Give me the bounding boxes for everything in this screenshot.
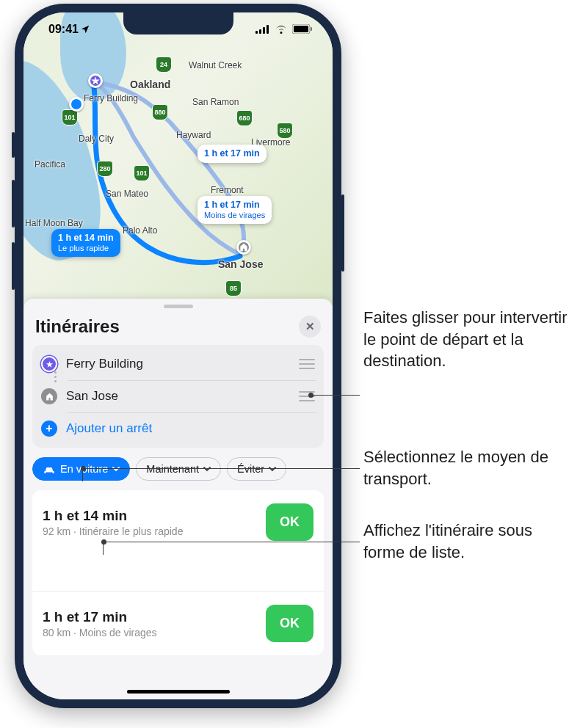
volume-up-button: [12, 180, 15, 228]
chevron-down-icon: [269, 467, 276, 472]
route-meta: 80 km · Moins de virages: [43, 627, 157, 638]
go-button[interactable]: OK: [266, 605, 313, 642]
avoid-label: Éviter: [237, 463, 264, 475]
route-meta: 92 km · Itinéraire le plus rapide: [43, 525, 183, 537]
stop-row-end[interactable]: San Jose: [40, 380, 316, 412]
status-time: 09:41: [48, 23, 79, 36]
destination-pin-icon[interactable]: [236, 240, 251, 255]
route-time-badge[interactable]: 1 h et 17 minMoins de virages: [197, 196, 272, 224]
chevron-down-icon: [112, 467, 120, 472]
favorite-star-icon: [41, 356, 57, 372]
start-pin-icon[interactable]: [88, 73, 103, 88]
callout-line: [310, 395, 360, 396]
location-arrow-icon: [80, 24, 90, 34]
map-city-label: Daly City: [79, 134, 114, 144]
avoid-button[interactable]: Éviter: [227, 457, 286, 481]
map-city-label: Walnut Creek: [189, 60, 242, 70]
svg-rect-3: [267, 25, 269, 34]
road-shield-icon: 101: [62, 109, 78, 125]
add-stop-label: Ajouter un arrêt: [66, 421, 315, 436]
home-indicator[interactable]: [127, 690, 230, 694]
close-icon: ✕: [305, 320, 315, 333]
svg-rect-6: [311, 27, 312, 31]
callout-line: [103, 542, 360, 542]
svg-rect-0: [255, 31, 258, 34]
road-shield-icon: 24: [156, 57, 172, 73]
road-shield-icon: 101: [134, 165, 150, 181]
wifi-icon: [275, 24, 288, 34]
route-row[interactable]: 1 h et 14 min 92 km · Itinéraire le plus…: [32, 490, 324, 554]
svg-rect-5: [294, 26, 308, 32]
routes-list: 1 h et 14 min 92 km · Itinéraire le plus…: [32, 490, 324, 655]
map-city-label: Oakland: [130, 79, 170, 90]
power-button: [341, 194, 344, 272]
map-city-label: Fremont: [211, 185, 244, 195]
callout-mode: Sélectionnez le moyen de transport.: [363, 446, 576, 489]
notch: [123, 12, 233, 34]
end-stop-label: San Jose: [66, 389, 290, 404]
route-time-badge[interactable]: 1 h et 14 minLe plus rapide: [51, 229, 120, 257]
car-icon: [43, 464, 56, 474]
side-button: [12, 132, 15, 158]
destination-icon: [41, 388, 57, 404]
callout-line: [82, 468, 360, 469]
map-city-label: San Ramon: [192, 97, 239, 107]
battery-icon: [292, 24, 312, 34]
when-button[interactable]: Maintenant: [136, 457, 221, 481]
when-label: Maintenant: [146, 463, 199, 475]
road-shield-icon: 580: [277, 123, 293, 139]
callout-list: Affichez l'itinéraire sous forme de list…: [363, 520, 576, 563]
current-location-icon[interactable]: [69, 97, 84, 112]
go-button[interactable]: OK: [266, 503, 313, 541]
road-shield-icon: 680: [236, 110, 253, 126]
stop-row-start[interactable]: Ferry Building: [40, 348, 316, 380]
directions-sheet[interactable]: Itinéraires ✕ Ferry Building: [23, 299, 333, 699]
map-city-label: Ferry Building: [84, 93, 138, 103]
map-city-label: Pacifica: [35, 159, 65, 170]
plus-circle-icon: +: [41, 421, 57, 437]
sheet-title: Itinéraires: [35, 316, 120, 337]
screen: 09:41 Walnut CreekOaklandFerry: [23, 12, 333, 699]
start-stop-label: Ferry Building: [66, 357, 290, 371]
stops-card: Ferry Building San Jose + Ajouter un arr…: [32, 345, 324, 448]
chevron-down-icon: [203, 467, 211, 472]
go-button-label: OK: [280, 616, 300, 630]
road-shield-icon: 280: [97, 161, 113, 177]
options-row: En voiture Maintenant Éviter: [32, 457, 324, 481]
map-city-label: Hayward: [176, 130, 211, 140]
close-button[interactable]: ✕: [299, 316, 321, 338]
cellular-icon: [255, 25, 270, 34]
map-city-label: San Mateo: [106, 189, 148, 199]
reorder-handle-icon[interactable]: [299, 359, 315, 369]
route-time: 1 h et 17 min: [43, 609, 157, 625]
map-city-label: Half Moon Bay: [25, 218, 83, 228]
iphone-frame: 09:41 Walnut CreekOaklandFerry: [15, 4, 341, 708]
route-time-badge[interactable]: 1 h et 17 min: [197, 145, 267, 163]
route-row[interactable]: 1 h et 17 min 80 km · Moins de virages O…: [32, 591, 324, 655]
sheet-grabber[interactable]: [164, 305, 193, 308]
svg-rect-1: [259, 29, 261, 34]
map-view[interactable]: Walnut CreekOaklandFerry BuildingSan Ram…: [23, 12, 333, 306]
add-stop-row[interactable]: + Ajouter un arrêt: [40, 412, 316, 445]
svg-rect-2: [263, 27, 265, 34]
map-city-label: Palo Alto: [123, 225, 157, 236]
map-city-label: San Jose: [218, 258, 263, 270]
go-button-label: OK: [280, 514, 300, 529]
road-shield-icon: 880: [152, 104, 168, 120]
volume-down-button: [12, 242, 15, 290]
callout-swap: Faites glisser pour intervertir le point…: [363, 307, 576, 372]
route-time: 1 h et 14 min: [43, 508, 183, 524]
road-shield-icon: 85: [225, 280, 242, 296]
